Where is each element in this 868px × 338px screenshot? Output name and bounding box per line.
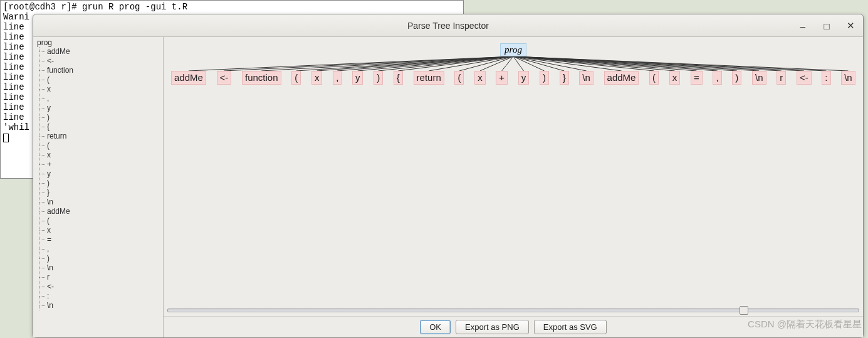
leaf-node[interactable]: +	[496, 71, 508, 85]
leaf-node[interactable]: (	[454, 71, 464, 85]
export-svg-button[interactable]: Export as SVG	[534, 320, 607, 334]
window-title: Parse Tree Inspector	[407, 21, 489, 31]
tree-item[interactable]: y	[39, 103, 163, 113]
leaf-node[interactable]: )	[374, 71, 383, 85]
leaf-node[interactable]: ,	[713, 71, 721, 85]
leaf-node[interactable]: )	[540, 71, 549, 85]
leaf-node[interactable]: )	[732, 71, 741, 85]
ok-button[interactable]: OK	[420, 320, 451, 334]
window-controls: – □ ✕	[794, 17, 859, 34]
leaf-node[interactable]: :	[822, 71, 830, 85]
leaf-node[interactable]: (	[291, 71, 301, 85]
inspector-body: prog addMe<-function(x,y){return(x+y)}\n…	[33, 37, 863, 337]
button-row: OK Export as PNG Export as SVG	[164, 316, 863, 337]
svg-line-20	[513, 56, 696, 71]
close-icon[interactable]: ✕	[842, 17, 859, 34]
svg-line-19	[513, 56, 675, 71]
export-png-button[interactable]: Export as PNG	[456, 320, 529, 334]
tree-children: addMe<-function(x,y){return(x+y)}\naddMe…	[39, 47, 163, 310]
zoom-slider-thumb[interactable]	[740, 306, 748, 315]
tree-item[interactable]: addMe	[39, 207, 163, 216]
tree-item[interactable]: y	[39, 169, 163, 179]
leaf-node[interactable]: y	[352, 71, 363, 85]
svg-line-12	[502, 56, 513, 71]
zoom-slider-row	[164, 305, 863, 316]
svg-line-5	[337, 56, 513, 71]
tree-item[interactable]: \n	[39, 301, 163, 310]
svg-line-6	[358, 56, 513, 71]
svg-line-13	[513, 56, 524, 71]
leaf-node[interactable]: (	[649, 71, 659, 85]
tree-item[interactable]: r	[39, 273, 163, 282]
maximize-icon[interactable]: □	[818, 17, 835, 34]
leaf-node[interactable]: \n	[841, 71, 855, 85]
tree-item[interactable]: )	[39, 254, 163, 263]
leaf-node[interactable]: addMe	[171, 71, 206, 85]
leaf-node[interactable]: r	[776, 71, 786, 85]
svg-line-2	[261, 56, 513, 71]
leaf-node[interactable]: <-	[217, 71, 232, 85]
tree-item[interactable]: \n	[39, 263, 163, 273]
titlebar[interactable]: Parse Tree Inspector – □ ✕	[33, 14, 863, 37]
leaf-node[interactable]: x	[474, 71, 486, 85]
tree-item[interactable]: function	[39, 66, 163, 75]
leaf-node[interactable]: addMe	[604, 71, 639, 85]
tree-item[interactable]: <-	[39, 282, 163, 292]
leaf-node[interactable]: \n	[579, 71, 593, 85]
svg-line-4	[317, 56, 513, 71]
tree-item[interactable]: }	[39, 188, 163, 198]
leaf-node[interactable]: ,	[333, 71, 342, 85]
svg-line-8	[398, 56, 513, 71]
zoom-slider[interactable]	[167, 309, 859, 312]
svg-line-3	[296, 56, 513, 71]
tree-root-label[interactable]: prog	[36, 38, 163, 47]
tree-item[interactable]: )	[39, 113, 163, 122]
tree-item[interactable]: \n	[39, 198, 163, 207]
tree-item[interactable]: (	[39, 216, 163, 226]
tree-item[interactable]: addMe	[39, 47, 163, 56]
svg-line-11	[480, 56, 513, 71]
canvas-wrap: prog addMe<-function(x,y){return(x+y)}\n…	[164, 37, 863, 337]
tree-item[interactable]: =	[39, 235, 163, 245]
tree-item[interactable]: ,	[39, 245, 163, 254]
tree-item[interactable]: <-	[39, 56, 163, 66]
svg-line-22	[513, 56, 737, 71]
tree-item[interactable]: ,	[39, 94, 163, 103]
tree-item[interactable]: (	[39, 75, 163, 85]
leaf-node[interactable]: =	[691, 71, 703, 85]
tree-item[interactable]: x	[39, 151, 163, 160]
svg-line-18	[513, 56, 654, 71]
svg-line-17	[513, 56, 621, 71]
terminal-cursor	[3, 134, 9, 142]
tree-item[interactable]: +	[39, 160, 163, 169]
tree-item[interactable]: x	[39, 226, 163, 235]
leaf-node[interactable]: \n	[752, 71, 766, 85]
leaf-node[interactable]: <-	[797, 71, 812, 85]
leaf-node[interactable]: x	[311, 71, 323, 85]
terminal-line: [root@cdh3 r]# grun R prog -gui t.R	[3, 2, 461, 12]
tree-item[interactable]: return	[39, 132, 163, 141]
svg-line-23	[513, 56, 759, 71]
parse-tree-canvas[interactable]: prog addMe<-function(x,y){return(x+y)}\n…	[164, 37, 863, 305]
tree-item[interactable]: x	[39, 85, 163, 94]
minimize-icon[interactable]: –	[794, 17, 812, 34]
tree-panel[interactable]: prog addMe<-function(x,y){return(x+y)}\n…	[33, 37, 164, 337]
parse-tree-inspector-window: Parse Tree Inspector – □ ✕ prog addMe<-f…	[33, 14, 864, 338]
svg-line-10	[459, 56, 513, 71]
tree-item[interactable]: )	[39, 179, 163, 188]
tree-item[interactable]: (	[39, 141, 163, 151]
graph-root-node[interactable]: prog	[500, 43, 526, 56]
leaf-node[interactable]: }	[560, 71, 569, 85]
leaf-node[interactable]: y	[518, 71, 530, 85]
svg-line-16	[513, 56, 587, 71]
leaf-node[interactable]: x	[669, 71, 681, 85]
svg-line-9	[429, 56, 513, 71]
leaf-node[interactable]: {	[394, 71, 403, 85]
leaf-node[interactable]: function	[242, 71, 281, 85]
tree-item[interactable]: :	[39, 292, 163, 301]
leaf-node[interactable]: return	[414, 71, 444, 85]
tree-item[interactable]: {	[39, 122, 163, 132]
svg-line-7	[379, 56, 513, 71]
svg-line-25	[513, 56, 804, 71]
svg-line-24	[513, 56, 782, 71]
